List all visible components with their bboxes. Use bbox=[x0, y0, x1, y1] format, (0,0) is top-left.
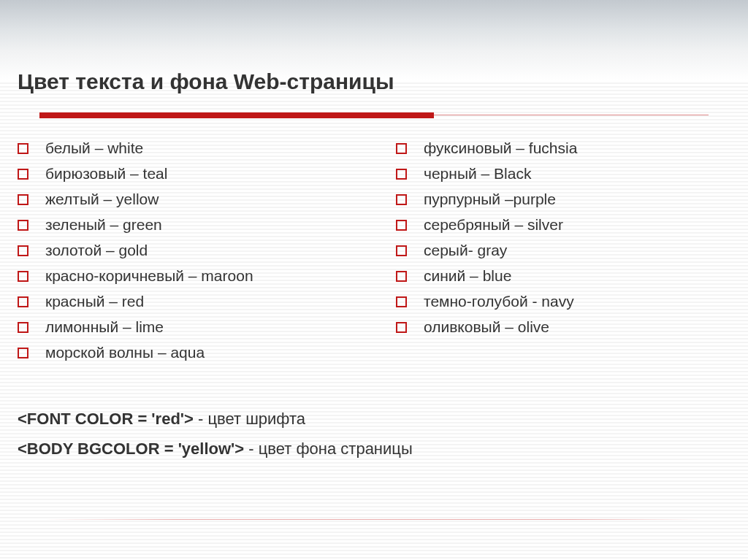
square-bullet-icon bbox=[396, 169, 407, 180]
list-item-label: лимонный – lime bbox=[45, 318, 164, 336]
list-item-label: синий – blue bbox=[424, 267, 511, 285]
font-code: <FONT COLOR = 'red'> bbox=[18, 410, 194, 428]
list-item-label: бирюзовый – teal bbox=[45, 165, 167, 183]
square-bullet-icon bbox=[18, 194, 28, 205]
list-item: лимонный – lime bbox=[18, 318, 381, 336]
list-item-label: пурпурный –purple bbox=[424, 191, 556, 208]
list-item-label: красный – red bbox=[45, 293, 144, 310]
list-item: красно-коричневый – maroon bbox=[18, 267, 381, 285]
list-item-label: черный – Black bbox=[424, 165, 531, 183]
list-item-label: серебряный – silver bbox=[424, 216, 563, 234]
list-item: пурпурный –purple bbox=[396, 191, 710, 208]
list-item-label: оливковый – olive bbox=[424, 318, 549, 336]
list-item-label: темно-голубой - navy bbox=[424, 293, 574, 310]
square-bullet-icon bbox=[18, 143, 28, 154]
list-item: бирюзовый – teal bbox=[18, 165, 381, 183]
list-item: оливковый – olive bbox=[396, 318, 710, 336]
right-column: фуксиновый – fuchsiaчерный – Blackпурпур… bbox=[396, 139, 710, 369]
square-bullet-icon bbox=[18, 271, 28, 282]
list-item-label: фуксиновый – fuchsia bbox=[424, 139, 577, 157]
list-item-label: золотой – gold bbox=[45, 242, 148, 259]
square-bullet-icon bbox=[396, 296, 407, 307]
code-examples: <FONT COLOR = 'red'> - цвет шрифта <BODY… bbox=[18, 404, 730, 464]
list-item-label: морской волны – aqua bbox=[45, 344, 205, 361]
bottom-rule bbox=[44, 519, 704, 520]
rule-thick bbox=[39, 112, 434, 118]
list-item: серебряный – silver bbox=[396, 216, 710, 234]
title-rule bbox=[18, 112, 730, 119]
list-item: фуксиновый – fuchsia bbox=[396, 139, 710, 157]
content-area: Цвет текста и фона Web-страницы белый – … bbox=[0, 0, 748, 464]
square-bullet-icon bbox=[18, 220, 28, 231]
list-item-label: красно-коричневый – maroon bbox=[45, 267, 253, 285]
square-bullet-icon bbox=[396, 220, 407, 231]
list-item: морской волны – aqua bbox=[18, 344, 381, 361]
list-item: черный – Black bbox=[396, 165, 710, 183]
list-item: синий – blue bbox=[396, 267, 710, 285]
example-body: <BODY BGCOLOR = 'yellow'> - цвет фона ст… bbox=[18, 434, 730, 464]
square-bullet-icon bbox=[396, 194, 407, 205]
columns: белый – whiteбирюзовый – tealжелтый – ye… bbox=[18, 139, 730, 369]
square-bullet-icon bbox=[18, 245, 28, 256]
square-bullet-icon bbox=[396, 271, 407, 282]
square-bullet-icon bbox=[396, 322, 407, 333]
example-font: <FONT COLOR = 'red'> - цвет шрифта bbox=[18, 404, 730, 434]
slide: Цвет текста и фона Web-страницы белый – … bbox=[0, 0, 748, 560]
list-item: белый – white bbox=[18, 139, 381, 157]
square-bullet-icon bbox=[18, 169, 28, 180]
list-item-label: белый – white bbox=[45, 139, 143, 157]
square-bullet-icon bbox=[396, 245, 407, 256]
body-code: <BODY BGCOLOR = 'yellow'> bbox=[18, 440, 244, 458]
list-item: золотой – gold bbox=[18, 242, 381, 259]
square-bullet-icon bbox=[18, 348, 28, 358]
font-desc: - цвет шрифта bbox=[194, 410, 305, 428]
square-bullet-icon bbox=[18, 296, 28, 307]
list-item-label: серый- gray bbox=[424, 242, 507, 259]
body-desc: - цвет фона страницы bbox=[244, 440, 413, 458]
list-item: зеленый – green bbox=[18, 216, 381, 234]
slide-title: Цвет текста и фона Web-страницы bbox=[18, 69, 730, 94]
square-bullet-icon bbox=[18, 322, 28, 333]
left-column: белый – whiteбирюзовый – tealжелтый – ye… bbox=[18, 139, 381, 369]
list-item-label: зеленый – green bbox=[45, 216, 162, 234]
list-item-label: желтый – yellow bbox=[45, 191, 159, 208]
list-item: желтый – yellow bbox=[18, 191, 381, 208]
list-item: темно-голубой - navy bbox=[396, 293, 710, 310]
list-item: серый- gray bbox=[396, 242, 710, 259]
square-bullet-icon bbox=[396, 143, 407, 154]
list-item: красный – red bbox=[18, 293, 381, 310]
